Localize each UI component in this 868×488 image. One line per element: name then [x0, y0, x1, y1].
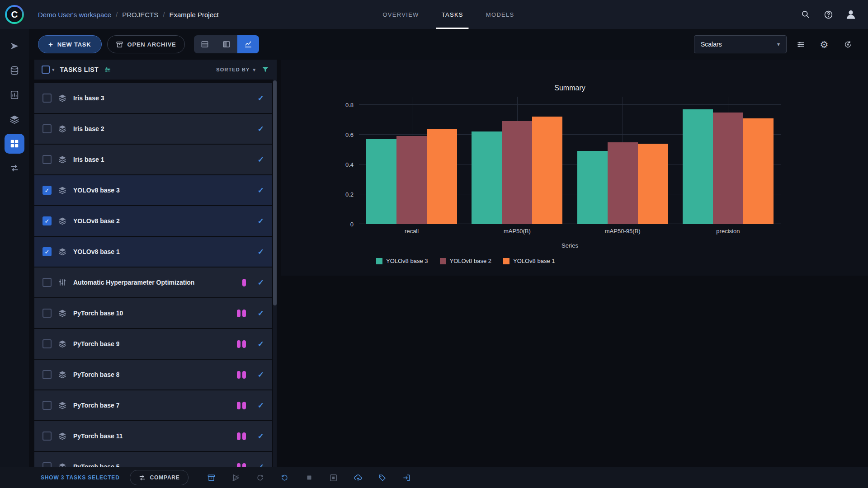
- rail-item-applications[interactable]: [5, 134, 24, 154]
- select-all-control[interactable]: ▾: [42, 66, 55, 74]
- auto-refresh-button[interactable]: [838, 35, 857, 54]
- tab-overview[interactable]: OVERVIEW: [377, 0, 424, 29]
- rail-item-projects[interactable]: [5, 36, 24, 56]
- task-row[interactable]: PyTorch base 5✓: [34, 452, 272, 467]
- move-to-button[interactable]: [402, 473, 412, 483]
- task-checkbox[interactable]: ✓: [42, 216, 52, 225]
- clearml-logo[interactable]: C: [0, 0, 29, 29]
- legend-item[interactable]: YOLOv8 base 2: [440, 258, 492, 264]
- x-tick-label: mAP50-95(B): [570, 228, 675, 235]
- breadcrumb-projects[interactable]: PROJECTS: [122, 11, 158, 19]
- task-row[interactable]: PyTorch base 7✓: [34, 390, 272, 420]
- chart-bar[interactable]: [532, 117, 562, 224]
- toolbar-right: Scalars ▾ ⚙: [694, 35, 857, 54]
- tab-models[interactable]: MODELS: [481, 0, 520, 29]
- chart-bar[interactable]: [577, 151, 608, 224]
- show-selected-link[interactable]: SHOW 3 TASKS SELECTED: [41, 474, 120, 481]
- task-row[interactable]: PyTorch base 10✓: [34, 298, 272, 328]
- rail-item-reports[interactable]: [5, 85, 24, 105]
- task-checkbox[interactable]: [42, 155, 52, 164]
- chart-bar[interactable]: [743, 118, 774, 224]
- chart-bar[interactable]: [427, 129, 457, 224]
- table-view-icon: [201, 40, 209, 48]
- profile-button[interactable]: [841, 5, 861, 24]
- task-row[interactable]: ✓YOLOv8 base 1✓: [34, 237, 272, 267]
- task-row[interactable]: ✓YOLOv8 base 3✓: [34, 175, 272, 205]
- publish-icon: [354, 473, 363, 482]
- new-task-button[interactable]: + NEW TASK: [38, 35, 102, 53]
- task-checkbox[interactable]: [42, 94, 52, 103]
- task-checkbox[interactable]: [42, 309, 52, 318]
- task-row[interactable]: Iris base 3✓: [34, 83, 272, 113]
- chart-bar[interactable]: [396, 136, 427, 224]
- chart-bar[interactable]: [502, 121, 532, 224]
- task-checkbox[interactable]: ✓: [42, 247, 52, 256]
- task-row[interactable]: Iris base 2✓: [34, 114, 272, 144]
- tags-button[interactable]: [377, 473, 387, 483]
- scrollbar-thumb[interactable]: [273, 80, 277, 305]
- enqueue-button[interactable]: [231, 473, 241, 483]
- chart-bar[interactable]: [366, 139, 396, 224]
- task-checkbox[interactable]: [42, 124, 52, 133]
- help-button[interactable]: [818, 5, 838, 24]
- task-row[interactable]: ✓YOLOv8 base 2✓: [34, 206, 272, 236]
- task-checkbox[interactable]: [42, 462, 52, 467]
- tag-pill: [242, 432, 246, 440]
- rail-item-workers-queues[interactable]: [5, 158, 24, 178]
- chart-bar[interactable]: [713, 113, 743, 225]
- task-checkbox[interactable]: [42, 339, 52, 348]
- metric-select[interactable]: Scalars ▾: [694, 35, 787, 53]
- select-all-checkbox[interactable]: [42, 66, 50, 74]
- view-mode-toggle: [194, 35, 259, 53]
- retry-button[interactable]: [255, 473, 265, 483]
- split-view-button[interactable]: [216, 35, 237, 53]
- chart-bar[interactable]: [608, 142, 638, 225]
- bar-cluster: [570, 105, 675, 224]
- abort-button[interactable]: [304, 473, 314, 483]
- table-view-button[interactable]: [194, 35, 216, 53]
- task-row[interactable]: Iris base 1✓: [34, 145, 272, 174]
- abort-all-button[interactable]: [329, 473, 339, 483]
- legend-item[interactable]: YOLOv8 base 3: [376, 258, 428, 264]
- task-row[interactable]: PyTorch base 9✓: [34, 329, 272, 359]
- project-tabs: OVERVIEWTASKSMODELS: [377, 0, 519, 29]
- tag-pill: [242, 310, 246, 317]
- task-checkbox[interactable]: [42, 370, 52, 379]
- experiment-icon: [58, 401, 67, 410]
- breadcrumb: Demo User's workspace / PROJECTS / Examp…: [38, 11, 219, 19]
- open-archive-label: OPEN ARCHIVE: [127, 41, 176, 48]
- scrollbar-track[interactable]: [273, 80, 277, 467]
- task-row[interactable]: PyTorch base 8✓: [34, 360, 272, 389]
- reset-button[interactable]: [280, 473, 290, 483]
- footer-bar: SHOW 3 TASKS SELECTED COMPARE: [0, 467, 868, 488]
- publish-button[interactable]: [353, 473, 363, 483]
- task-row[interactable]: Automatic Hyperparameter Optimization✓: [34, 267, 272, 297]
- task-checkbox[interactable]: [42, 432, 52, 441]
- tab-tasks[interactable]: TASKS: [436, 0, 469, 29]
- task-checkbox[interactable]: ✓: [42, 186, 52, 195]
- sorted-by-control[interactable]: SORTED BY ▾: [216, 67, 256, 73]
- open-archive-button[interactable]: OPEN ARCHIVE: [107, 35, 185, 53]
- chart-bar[interactable]: [683, 109, 713, 224]
- archive-button[interactable]: [207, 473, 217, 483]
- column-settings-icon[interactable]: [104, 66, 111, 73]
- search-button[interactable]: [796, 5, 816, 24]
- rail-item-datasets[interactable]: [5, 61, 24, 80]
- settings-button[interactable]: ⚙: [815, 35, 834, 54]
- chart-view-button[interactable]: [237, 35, 259, 53]
- chart-bar[interactable]: [638, 144, 668, 224]
- graph-settings-button[interactable]: [791, 35, 810, 54]
- archive-icon: [116, 41, 123, 48]
- legend-item[interactable]: YOLOv8 base 1: [503, 258, 555, 264]
- breadcrumb-current[interactable]: Example Project: [169, 11, 218, 19]
- tag-pill: [242, 279, 246, 286]
- rail-item-pipelines[interactable]: [5, 109, 24, 129]
- task-checkbox[interactable]: [42, 401, 52, 410]
- task-row[interactable]: PyTorch base 11✓: [34, 421, 272, 451]
- filter-icon[interactable]: [261, 66, 269, 74]
- compare-button[interactable]: COMPARE: [130, 470, 189, 485]
- breadcrumb-workspace[interactable]: Demo User's workspace: [38, 11, 111, 19]
- chart-bar[interactable]: [472, 131, 502, 224]
- task-checkbox[interactable]: [42, 278, 52, 287]
- abort-all-icon: [329, 474, 338, 482]
